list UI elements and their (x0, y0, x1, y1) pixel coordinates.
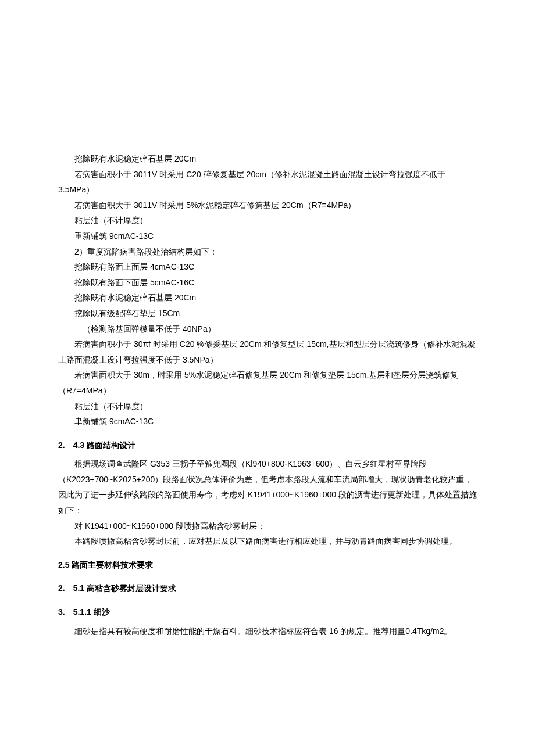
body-text: 对 K1941+000~K1960+000 段喷撒高粘含砂雾封层； (58, 518, 477, 534)
body-text: 本路段喷撒高粘含砂雾封层前，应对基层及以下路面病害进行相应处理，并与沥青路面病害… (58, 533, 477, 549)
body-text: 粘层油（不计厚度） (58, 399, 477, 414)
body-text: 挖除既有水泥稳定碎石基层 20Cm (58, 151, 477, 167)
heading-5-1: 2. 5.1 高粘含砂雾封层设计要求 (58, 581, 477, 596)
document-page: 挖除既有水泥稳定碎石基层 20Cm 若病害面积小于 3011V 时采用 C20 … (0, 0, 535, 697)
body-text: 根据现场调查武隆区 G353 三拐子至箍兜圈段（Kl940+800-K1963+… (58, 456, 477, 518)
body-text: 粘层油（不计厚度） (58, 213, 477, 228)
body-text: 若病害面积小于 30πf 时采用 C20 验修爰基层 20Cm 和修复型层 15… (58, 336, 477, 367)
body-text: 聿新铺筑 9cmAC-13C (58, 414, 477, 429)
body-text: 若病害面积小于 3011V 时采用 C20 碎修复基层 20cm（修补水泥混凝土… (58, 167, 477, 198)
heading-5-1-1: 3. 5.1.1 细沙 (58, 604, 477, 620)
body-text: 重新铺筑 9cmAC-13C (58, 228, 477, 244)
body-text: 挖除既有路面下面层 5cmAC-16C (58, 275, 477, 291)
body-text: 细砂是指具有较高硬度和耐磨性能的干燥石料。细砂技术指标应符合表 16 的规定。推… (58, 624, 477, 639)
body-text: 若病害面积大于 30m，时采用 5%水泥稳定碎石修复基层 20Cm 和修复垫层 … (58, 367, 477, 398)
body-text: 挖除既有路面上面层 4cmAC-13C (58, 259, 477, 275)
body-text: （检测路基回弹模量不低于 40NPa） (58, 321, 477, 337)
body-text: 挖除既有水泥稳定碎石基层 20Cm (58, 290, 477, 306)
heading-4-3: 2. 4.3 路面结构设计 (58, 438, 477, 453)
heading-2-5: 2.5 路面主要材料技术要求 (58, 557, 477, 573)
body-text: 若病害面积大于 3011V 时采用 5%水泥稳定碎石修第基层 20Cm（R7=4… (58, 198, 477, 213)
body-text: 挖除既有级配碎石垫层 15Cm (58, 306, 477, 321)
body-text: 2）重度沉陷病害路段处治结构层如下： (58, 244, 477, 260)
